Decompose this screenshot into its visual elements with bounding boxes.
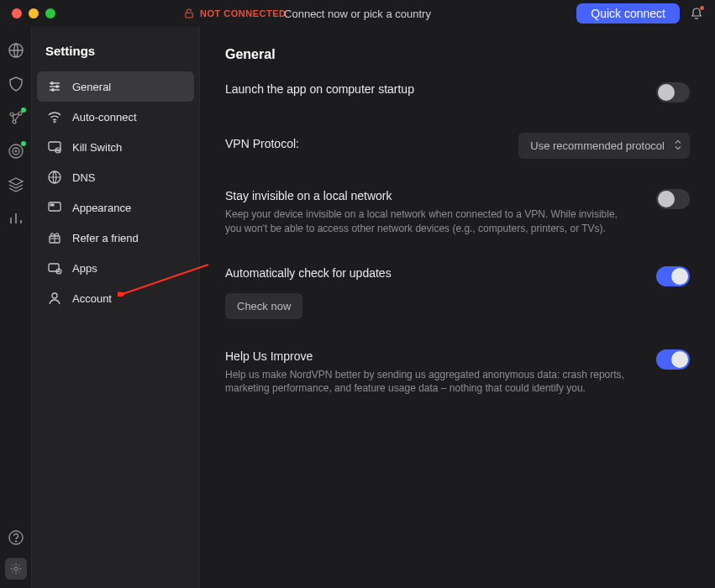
- rail-stats[interactable]: [8, 210, 24, 227]
- sidebar-item-label: Account: [72, 292, 112, 305]
- notifications-button[interactable]: [690, 7, 703, 20]
- sidebar-item-auto-connect[interactable]: Auto-connect: [37, 102, 194, 132]
- row-vpn-protocol: VPN Protocol: Use recommended protocol: [225, 133, 690, 159]
- sidebar-item-general[interactable]: General: [37, 71, 194, 102]
- row-launch-startup: Launch the app on computer startup: [225, 82, 690, 102]
- svg-point-12: [56, 86, 59, 88]
- svg-point-11: [51, 82, 54, 85]
- minimize-window-button[interactable]: [29, 8, 39, 18]
- lock-unlocked-icon: [185, 8, 193, 18]
- sidebar-item-refer[interactable]: Refer a friend: [37, 223, 194, 253]
- sidebar-item-dns[interactable]: DNS: [37, 162, 194, 192]
- svg-point-14: [54, 121, 55, 123]
- check-now-button[interactable]: Check now: [225, 293, 302, 319]
- svg-rect-21: [49, 264, 59, 271]
- kill-switch-icon: [47, 139, 62, 155]
- titlebar: NOT CONNECTED Connect now or pick a coun…: [0, 0, 715, 27]
- rail-layers[interactable]: [8, 176, 24, 193]
- svg-rect-0: [186, 13, 192, 18]
- rail-help[interactable]: [8, 529, 24, 546]
- help-improve-desc: Help us make NordVPN better by sending u…: [225, 368, 631, 396]
- window-title: Connect now or pick a country: [284, 8, 431, 20]
- sidebar-item-label: Appearance: [72, 202, 131, 214]
- shield-icon: [8, 76, 24, 92]
- row-check-updates: Automatically check for updates Check no…: [225, 266, 690, 319]
- layers-icon: [8, 176, 24, 193]
- connection-status: NOT CONNECTED: [185, 0, 286, 27]
- check-updates-toggle[interactable]: [656, 266, 690, 286]
- svg-point-10: [13, 567, 17, 570]
- apps-icon: [47, 260, 62, 276]
- rail-mesh[interactable]: [8, 109, 24, 126]
- notification-dot-icon: [700, 6, 704, 10]
- gift-icon: [47, 230, 62, 245]
- sidebar-item-apps[interactable]: Apps: [37, 253, 194, 283]
- rail-globe[interactable]: [8, 42, 24, 59]
- help-improve-toggle[interactable]: [656, 349, 690, 370]
- content-heading: General: [225, 47, 690, 62]
- sidebar-item-label: Auto-connect: [72, 111, 137, 123]
- help-icon: [8, 529, 24, 546]
- gear-icon: [10, 561, 22, 576]
- stay-invisible-toggle[interactable]: [656, 189, 690, 209]
- sidebar-item-account[interactable]: Account: [37, 283, 194, 313]
- rail-shield[interactable]: [8, 76, 24, 92]
- settings-sidebar: Settings General Auto-connect Kill Switc…: [32, 27, 200, 588]
- chevron-updown-icon: [675, 139, 681, 152]
- user-icon: [47, 291, 62, 306]
- sidebar-item-label: General: [72, 81, 111, 93]
- row-stay-invisible: Stay invisible on a local network Keep y…: [225, 189, 690, 236]
- check-updates-label: Automatically check for updates: [225, 266, 631, 280]
- status-dot-icon: [21, 141, 26, 146]
- sidebar-item-appearance[interactable]: Appearance: [37, 192, 194, 223]
- status-dot-icon: [21, 108, 26, 113]
- maximize-window-button[interactable]: [45, 8, 55, 18]
- row-help-improve: Help Us Improve Help us make NordVPN bet…: [225, 349, 690, 396]
- help-improve-label: Help Us Improve: [225, 349, 631, 363]
- settings-content: General Launch the app on computer start…: [200, 27, 715, 588]
- svg-point-7: [15, 150, 17, 152]
- vpn-protocol-label: VPN Protocol:: [225, 137, 493, 150]
- sidebar-item-label: Apps: [72, 262, 97, 275]
- stay-invisible-label: Stay invisible on a local network: [225, 189, 631, 202]
- svg-point-9: [15, 541, 17, 543]
- appearance-icon: [47, 200, 62, 215]
- bars-icon: [8, 210, 24, 227]
- left-rail: [0, 27, 32, 588]
- close-window-button[interactable]: [12, 8, 22, 18]
- sidebar-item-label: Kill Switch: [72, 141, 122, 154]
- vpn-protocol-value: Use recommended protocol: [530, 139, 665, 152]
- svg-rect-15: [49, 142, 60, 150]
- window-controls: [12, 8, 55, 18]
- sidebar-item-label: Refer a friend: [72, 232, 139, 244]
- rail-settings[interactable]: [5, 558, 27, 580]
- sidebar-item-kill-switch[interactable]: Kill Switch: [37, 132, 194, 162]
- connection-status-label: NOT CONNECTED: [200, 8, 286, 18]
- svg-point-13: [52, 89, 55, 92]
- quick-connect-button[interactable]: Quick connect: [576, 3, 680, 24]
- sidebar-title: Settings: [37, 44, 194, 71]
- vpn-protocol-select[interactable]: Use recommended protocol: [518, 133, 690, 159]
- launch-startup-label: Launch the app on computer startup: [225, 82, 631, 96]
- svg-point-23: [52, 293, 57, 298]
- dns-icon: [47, 170, 62, 185]
- sidebar-item-label: DNS: [72, 171, 95, 184]
- launch-startup-toggle[interactable]: [656, 82, 690, 102]
- globe-icon: [8, 42, 24, 59]
- stay-invisible-desc: Keep your device invisible on a local ne…: [225, 207, 631, 236]
- wifi-icon: [47, 109, 62, 124]
- sliders-icon: [47, 79, 62, 94]
- svg-rect-19: [50, 204, 54, 206]
- rail-radar[interactable]: [8, 143, 24, 160]
